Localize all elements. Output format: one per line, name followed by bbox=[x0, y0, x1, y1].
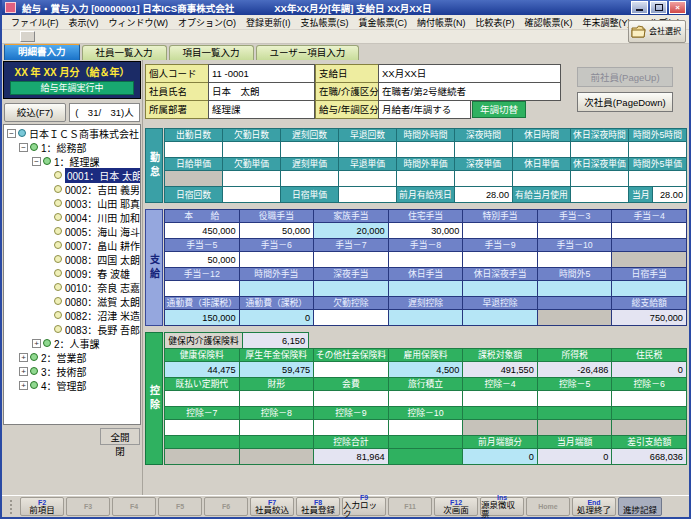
grid-value-cell[interactable] bbox=[388, 251, 464, 268]
tree-expander-icon[interactable]: + bbox=[32, 339, 41, 348]
grid-value-cell[interactable]: 0 bbox=[462, 448, 538, 465]
grid-value-cell[interactable] bbox=[313, 251, 389, 268]
menu-item[interactable]: 比較表(P) bbox=[471, 16, 520, 29]
restore-icon[interactable] bbox=[650, 1, 667, 14]
menu-item[interactable]: ファイル(F) bbox=[6, 16, 64, 29]
field-value[interactable]: 11 -0001 bbox=[208, 64, 315, 83]
tree-expander-icon[interactable]: − bbox=[7, 129, 16, 138]
tree-item[interactable]: 0002：吉田 義男 bbox=[4, 182, 140, 196]
menu-item[interactable]: 確認帳票(K) bbox=[520, 16, 578, 29]
grid-value-cell[interactable] bbox=[313, 390, 389, 407]
grid-value-cell[interactable] bbox=[313, 361, 389, 378]
grid-value-cell[interactable]: 30,000 bbox=[388, 222, 464, 239]
tree-item[interactable]: 0080：滋賀 太朗 bbox=[4, 294, 140, 308]
minimize-icon[interactable] bbox=[631, 1, 648, 14]
expand-all-button[interactable]: 全開閉 bbox=[100, 428, 140, 445]
menu-item[interactable]: オプション(O) bbox=[173, 16, 241, 29]
grid-value-cell[interactable] bbox=[313, 309, 389, 326]
grid-value-cell[interactable]: 20,000 bbox=[313, 222, 389, 239]
tree-item[interactable]: +2：人事課 bbox=[4, 336, 140, 350]
grid-value-cell[interactable] bbox=[396, 141, 455, 158]
grid-value-cell[interactable] bbox=[454, 141, 513, 158]
grid-value-cell[interactable] bbox=[388, 309, 464, 326]
function-key-button[interactable]: F2前項目 bbox=[20, 497, 64, 516]
tree-expander-icon[interactable]: − bbox=[32, 157, 41, 166]
grid-value-cell[interactable] bbox=[388, 419, 464, 436]
tree-item[interactable]: 0004：川田 加和夫 bbox=[4, 210, 140, 224]
grid-value-cell[interactable]: 6,150 bbox=[242, 332, 309, 349]
grid-value-cell[interactable] bbox=[512, 170, 571, 187]
grid-value-cell[interactable] bbox=[570, 141, 629, 158]
grid-value-cell[interactable] bbox=[570, 170, 629, 187]
tree-expander-icon[interactable]: + bbox=[19, 381, 28, 390]
grid-value-cell[interactable] bbox=[628, 141, 687, 158]
field-value[interactable]: 日本 太朗 bbox=[208, 82, 315, 101]
tree-item[interactable]: 0082：沼津 米造 bbox=[4, 308, 140, 322]
grid-value-cell[interactable] bbox=[239, 251, 315, 268]
grid-value-cell[interactable] bbox=[338, 141, 397, 158]
menu-item[interactable]: 年末調整(Y) bbox=[578, 16, 636, 29]
grid-value-cell[interactable] bbox=[462, 390, 538, 407]
tab-社員一覧入力[interactable]: 社員一覧入力 bbox=[82, 45, 167, 60]
grid-value-cell[interactable]: 0 bbox=[239, 309, 315, 326]
grid-value-cell[interactable]: 150,000 bbox=[164, 309, 240, 326]
tree-item[interactable]: −日本ＩＣＳ商事株式会社 bbox=[4, 126, 140, 140]
grid-value-cell[interactable] bbox=[537, 222, 613, 239]
tab-明細書入力[interactable]: 明細書入力 bbox=[4, 43, 80, 60]
function-key-button[interactable]: F12次画面 bbox=[434, 497, 478, 516]
grid-value-cell[interactable] bbox=[338, 170, 397, 187]
grid-value-cell[interactable] bbox=[462, 280, 538, 297]
grid-value-cell[interactable]: -26,486 bbox=[537, 361, 613, 378]
grid-value-cell[interactable] bbox=[537, 251, 613, 268]
grid-value-cell[interactable] bbox=[462, 251, 538, 268]
function-key-button[interactable]: F9入力ロック bbox=[342, 497, 386, 516]
function-key-button[interactable]: Ins源泉徴収票 bbox=[480, 497, 524, 516]
function-key-button[interactable]: End処理終了 bbox=[572, 497, 616, 516]
grid-value-cell[interactable]: 668,036 bbox=[611, 448, 687, 465]
tab-ユーザー項目入力[interactable]: ユーザー項目入力 bbox=[256, 45, 360, 60]
grid-value-cell[interactable] bbox=[280, 141, 339, 158]
company-select-button[interactable]: 会社選択 bbox=[628, 20, 686, 43]
tree-expander-icon[interactable]: + bbox=[19, 353, 28, 362]
tree-item[interactable]: 0009：春 波雄 bbox=[4, 266, 140, 280]
tree-item[interactable]: 0007：畠山 耕作 bbox=[4, 238, 140, 252]
grid-value-cell[interactable]: 28.00 bbox=[454, 186, 513, 203]
next-employee-button[interactable]: 次社員(PageDown) bbox=[577, 92, 673, 112]
tree-item[interactable]: 0083：長野 吾郎 bbox=[4, 322, 140, 336]
grid-value-cell[interactable]: 450,000 bbox=[164, 222, 240, 239]
grid-value-cell[interactable] bbox=[537, 280, 613, 297]
function-key-button[interactable]: F7社員絞込 bbox=[250, 497, 294, 516]
grid-value-cell[interactable] bbox=[512, 141, 571, 158]
grid-value-cell[interactable] bbox=[164, 390, 240, 407]
grid-value-cell[interactable] bbox=[537, 390, 613, 407]
grid-value-cell[interactable] bbox=[388, 390, 464, 407]
grid-value-cell[interactable] bbox=[222, 170, 281, 187]
menu-item[interactable]: 納付帳票(N) bbox=[412, 16, 471, 29]
grid-value-cell[interactable] bbox=[164, 280, 240, 297]
field-value[interactable]: 月給者/年調する bbox=[378, 100, 471, 119]
grid-value-cell[interactable] bbox=[313, 419, 389, 436]
tree-expander-icon[interactable]: − bbox=[19, 143, 28, 152]
grid-value-cell[interactable]: 44,475 bbox=[164, 361, 240, 378]
grid-value-cell[interactable]: 81,964 bbox=[313, 448, 389, 465]
grid-value-cell[interactable] bbox=[222, 186, 281, 203]
tree-item[interactable]: 0005：海山 海斗 bbox=[4, 224, 140, 238]
grid-value-cell[interactable] bbox=[396, 170, 455, 187]
tree-item[interactable]: 0001：日本 太朗 bbox=[4, 168, 140, 182]
tab-項目一覧入力[interactable]: 項目一覧入力 bbox=[169, 45, 254, 60]
grid-value-cell[interactable] bbox=[388, 280, 464, 297]
grid-value-cell[interactable] bbox=[313, 280, 389, 297]
grid-value-cell[interactable] bbox=[462, 309, 538, 326]
tree-item[interactable]: 0008：四国 太朗 bbox=[4, 252, 140, 266]
tree-item[interactable]: +2：営業部 bbox=[4, 350, 140, 364]
filter-button[interactable]: 絞込(F7) bbox=[4, 103, 66, 122]
menu-item[interactable]: 賃金帳票(C) bbox=[354, 16, 413, 29]
grid-value-cell[interactable]: 28.00 bbox=[652, 186, 687, 203]
grid-value-cell[interactable] bbox=[338, 186, 397, 203]
tree-item[interactable]: 0010：奈良 志嘉夫 bbox=[4, 280, 140, 294]
grid-value-cell[interactable] bbox=[570, 186, 629, 203]
grid-value-cell[interactable]: 491,550 bbox=[462, 361, 538, 378]
function-key-button[interactable]: 進捗記録 bbox=[618, 497, 662, 516]
grid-value-cell[interactable] bbox=[280, 170, 339, 187]
field-value[interactable]: 経理課 bbox=[208, 100, 315, 119]
